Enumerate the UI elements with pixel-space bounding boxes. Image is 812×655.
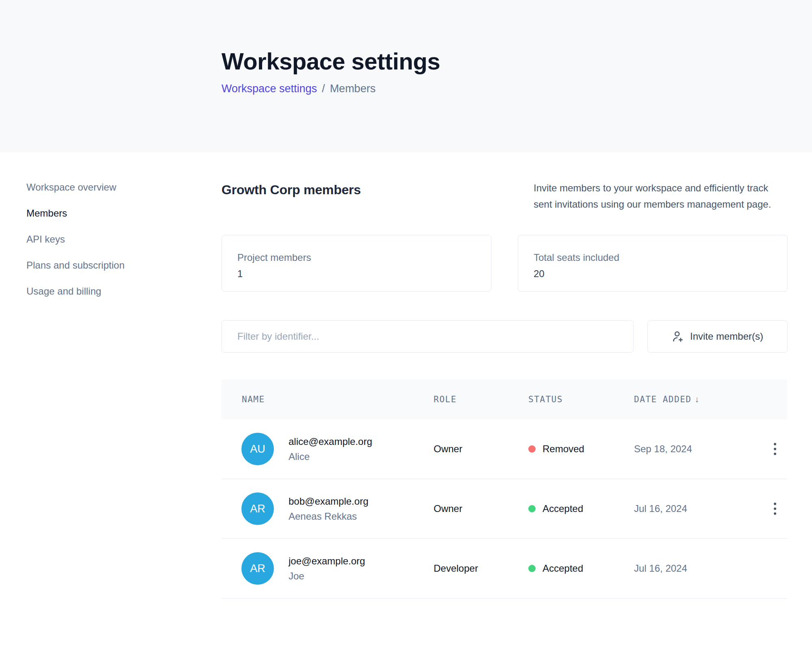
status-dot-icon: [528, 445, 536, 453]
content-layout: Workspace overview Members API keys Plan…: [0, 152, 812, 599]
member-role: Developer: [434, 563, 528, 574]
stat-card-project-members: Project members 1: [221, 235, 491, 292]
member-status: Accepted: [528, 503, 634, 514]
member-name-cell: AU alice@example.org Alice: [221, 433, 434, 465]
stat-value: 20: [534, 268, 787, 280]
status-dot-icon: [528, 505, 536, 512]
status-dot-icon: [528, 565, 536, 572]
page-header: Workspace settings Workspace settings / …: [0, 0, 812, 152]
page-title: Workspace settings: [221, 0, 812, 75]
invite-members-button-label: Invite member(s): [690, 331, 763, 342]
member-status-label: Removed: [543, 443, 584, 455]
member-name: Joe: [289, 570, 365, 582]
filter-row: Invite member(s): [221, 320, 788, 353]
sidebar-item-usage-and-billing[interactable]: Usage and billing: [26, 286, 101, 296]
avatar: AR: [241, 492, 274, 525]
member-name-cell: AR joe@example.org Joe: [221, 552, 434, 585]
member-date-added: Jul 16, 2024: [634, 563, 762, 574]
column-header-date-added[interactable]: DATE ADDED↓: [634, 395, 762, 404]
breadcrumb: Workspace settings / Members: [221, 82, 812, 95]
member-email: joe@example.org: [289, 555, 365, 567]
members-description: Invite members to your workspace and eff…: [534, 180, 788, 213]
member-email: alice@example.org: [289, 436, 372, 447]
avatar: AR: [241, 552, 274, 585]
member-status-label: Accepted: [543, 563, 583, 574]
members-table: NAME ROLE STATUS DATE ADDED↓ AU alice@ex…: [221, 380, 787, 599]
table-row: AR joe@example.org Joe Developer Accepte…: [221, 539, 787, 599]
member-date-added: Sep 18, 2024: [634, 443, 762, 455]
sidebar-item-workspace-overview[interactable]: Workspace overview: [26, 182, 116, 192]
row-menu-kebab-icon[interactable]: [771, 499, 779, 518]
column-header-status[interactable]: STATUS: [528, 395, 634, 404]
stat-label: Project members: [237, 252, 491, 263]
column-header-role[interactable]: ROLE: [434, 395, 528, 404]
stat-label: Total seats included: [534, 252, 787, 263]
breadcrumb-workspace-settings-link[interactable]: Workspace settings: [221, 82, 317, 95]
breadcrumb-separator: /: [322, 82, 325, 95]
invite-members-button[interactable]: Invite member(s): [647, 320, 788, 353]
table-header-row: NAME ROLE STATUS DATE ADDED↓: [221, 380, 787, 419]
stat-card-total-seats: Total seats included 20: [518, 235, 788, 292]
filter-input[interactable]: [221, 320, 634, 353]
sidebar-item-api-keys[interactable]: API keys: [26, 234, 65, 244]
settings-sidebar: Workspace overview Members API keys Plan…: [0, 152, 221, 599]
member-date-added: Jul 16, 2024: [634, 503, 762, 514]
sort-descending-icon: ↓: [695, 395, 699, 404]
table-row: AU alice@example.org Alice Owner Removed…: [221, 419, 787, 479]
column-header-name[interactable]: NAME: [221, 395, 434, 404]
members-panel: Growth Corp members Invite members to yo…: [221, 152, 788, 599]
sidebar-item-members[interactable]: Members: [26, 208, 67, 218]
table-row: AR bob@example.org Aeneas Rekkas Owner A…: [221, 479, 787, 539]
user-plus-icon: [672, 330, 684, 343]
member-status-label: Accepted: [543, 503, 583, 514]
sidebar-item-plans-and-subscription[interactable]: Plans and subscription: [26, 260, 124, 270]
member-role: Owner: [434, 443, 528, 455]
member-name: Aeneas Rekkas: [289, 511, 368, 522]
member-email: bob@example.org: [289, 496, 368, 507]
member-status: Removed: [528, 443, 634, 455]
member-name: Alice: [289, 451, 372, 462]
members-heading: Growth Corp members: [221, 182, 361, 213]
member-role: Owner: [434, 503, 528, 514]
stat-value: 1: [237, 268, 491, 280]
avatar: AU: [241, 433, 274, 465]
row-menu-kebab-icon[interactable]: [771, 440, 779, 458]
stat-cards: Project members 1 Total seats included 2…: [221, 235, 788, 292]
breadcrumb-current: Members: [330, 82, 376, 95]
member-status: Accepted: [528, 563, 634, 574]
members-intro: Growth Corp members Invite members to yo…: [221, 182, 788, 213]
member-name-cell: AR bob@example.org Aeneas Rekkas: [221, 492, 434, 525]
